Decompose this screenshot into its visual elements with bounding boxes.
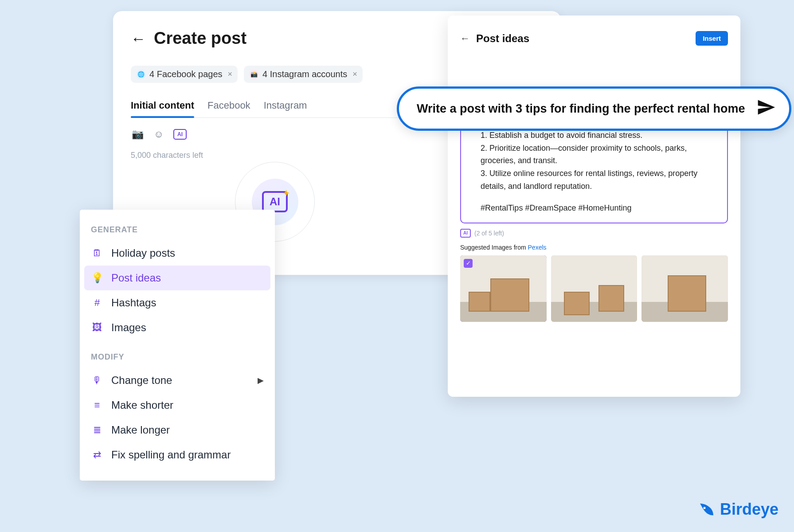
shorter-icon: ≡ — [91, 399, 103, 411]
close-icon[interactable]: × — [352, 70, 357, 79]
menu-item-fix-spelling[interactable]: ⇄Fix spelling and grammar — [80, 442, 275, 467]
post-ideas-panel: ← Post ideas Insert Seeking the ideal re… — [448, 16, 740, 397]
channel-chip-instagram[interactable]: 📸 4 Instagram accounts × — [244, 66, 363, 83]
suggested-image-2[interactable] — [551, 255, 638, 322]
longer-icon: ≣ — [91, 424, 103, 436]
sparkle-icon: ✦ — [283, 188, 289, 198]
suggested-images-label: Suggested Images from Pexels — [460, 244, 728, 251]
suggested-image-3[interactable] — [641, 255, 728, 322]
pexels-link[interactable]: Pexels — [528, 244, 547, 251]
idea-tip-3: 3. Utilize online resources for rental l… — [481, 167, 718, 193]
suggested-image-1[interactable]: ✓ — [460, 255, 547, 322]
idea-tip-2: 2. Prioritize location—consider proximit… — [481, 142, 718, 168]
idea-hashtags: #RentalTips #DreamSpace #HomeHunting — [481, 202, 718, 215]
camera-icon[interactable]: 📷 — [131, 128, 144, 141]
instagram-icon: 📸 — [249, 70, 259, 79]
idea-tip-1: 1. Establish a budget to avoid financial… — [481, 129, 718, 142]
birdeye-logo: Birdeye — [698, 500, 778, 519]
mic-icon: 🎙 — [91, 375, 103, 386]
generate-heading: GENERATE — [80, 221, 275, 241]
close-icon[interactable]: × — [228, 70, 233, 79]
insert-button[interactable]: Insert — [696, 31, 728, 46]
back-arrow-icon[interactable]: ← — [131, 31, 146, 46]
modify-heading: MODIFY — [80, 348, 275, 368]
ai-icon: AI — [460, 229, 471, 238]
menu-item-make-shorter[interactable]: ≡Make shorter — [80, 393, 275, 418]
hashtag-icon: # — [91, 297, 103, 309]
tab-facebook[interactable]: Facebook — [207, 96, 250, 117]
back-arrow-icon[interactable]: ← — [460, 33, 470, 44]
image-icon: 🖼 — [91, 322, 103, 333]
channel-chip-facebook[interactable]: 🌐 4 Facebook pages × — [131, 66, 238, 83]
bulb-icon: 💡 — [91, 272, 103, 284]
chip-label: 4 Facebook pages — [149, 69, 223, 79]
generation-counter: AI (2 of 5 left) — [460, 229, 728, 238]
ai-menu: GENERATE 🗓Holiday posts 💡Post ideas #Has… — [80, 210, 275, 481]
menu-item-hashtags[interactable]: #Hashtags — [80, 290, 275, 315]
brand-name: Birdeye — [720, 500, 778, 519]
prompt-text: Write a post with 3 tips for finding the… — [417, 102, 745, 116]
ai-icon[interactable]: AI — [173, 129, 187, 140]
menu-item-make-longer[interactable]: ≣Make longer — [80, 418, 275, 442]
send-icon[interactable] — [756, 98, 776, 120]
checkmark-icon: ✓ — [464, 259, 473, 268]
facebook-icon: 🌐 — [136, 70, 146, 79]
page-title: Create post — [154, 29, 246, 48]
calendar-icon: 🗓 — [91, 247, 103, 259]
svg-point-0 — [703, 507, 705, 509]
chip-label: 4 Instagram accounts — [262, 69, 347, 79]
menu-item-holiday-posts[interactable]: 🗓Holiday posts — [80, 241, 275, 266]
menu-item-post-ideas[interactable]: 💡Post ideas — [84, 266, 270, 290]
tab-instagram[interactable]: Instagram — [264, 96, 307, 117]
panel-title: Post ideas — [476, 32, 529, 45]
tab-initial-content[interactable]: Initial content — [131, 96, 194, 117]
fix-icon: ⇄ — [91, 449, 103, 461]
prompt-input[interactable]: Write a post with 3 tips for finding the… — [397, 86, 791, 131]
emoji-icon[interactable]: ☺ — [152, 128, 165, 141]
menu-item-images[interactable]: 🖼Images — [80, 315, 275, 340]
menu-item-change-tone[interactable]: 🎙Change tone▶ — [80, 368, 275, 393]
chevron-right-icon: ▶ — [258, 376, 264, 385]
